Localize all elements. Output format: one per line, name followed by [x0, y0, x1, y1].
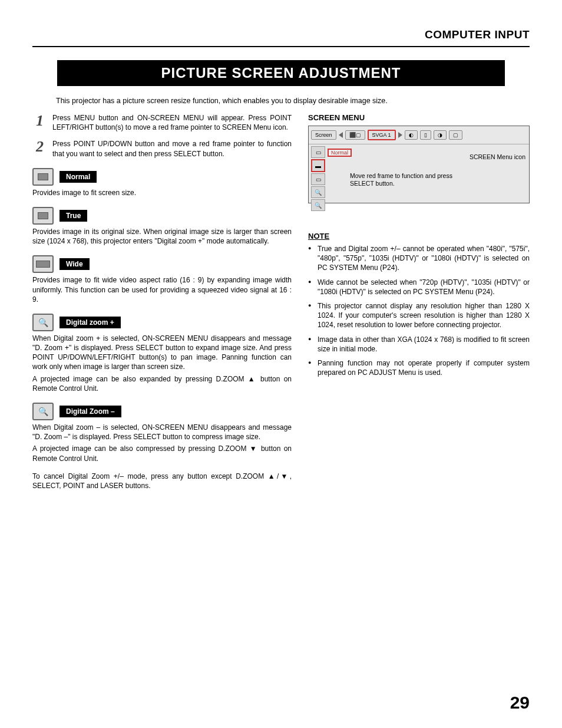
step-text: Press POINT UP/DOWN button and move a re… — [52, 139, 292, 158]
section-header: COMPUTER INPUT — [32, 28, 530, 47]
mode-true-row: True — [32, 207, 292, 225]
mode-label: Digital Zoom – — [59, 406, 121, 417]
mode-desc: When Digital zoom + is selected, ON-SCRE… — [32, 334, 292, 372]
note-list: True and Digital zoom +/– cannot be oper… — [308, 244, 530, 377]
step-number: 1 — [36, 113, 45, 132]
note-item: True and Digital zoom +/– cannot be oper… — [308, 244, 530, 273]
menu-tab-svga: SVGA 1 — [368, 130, 396, 140]
page-title: PICTURE SCREEN ADJUSTMENT — [57, 60, 505, 86]
mode-zoom-plus-row: 🔍 Digital zoom + — [32, 314, 292, 331]
note-item: Image data in other than XGA (1024 x 768… — [308, 335, 530, 354]
document-page: COMPUTER INPUT PICTURE SCREEN ADJUSTMENT… — [0, 0, 562, 728]
note-item: This projector cannot display any resolu… — [308, 301, 530, 330]
left-column: 1 Press MENU button and ON-SCREEN MENU w… — [32, 113, 292, 490]
menu-tab-screen: Screen — [311, 130, 336, 140]
menu-tab-icon: ▢ — [449, 130, 462, 140]
callout-screen-icon: SCREEN Menu icon — [470, 153, 525, 160]
zoom-minus-icon: 🔍 — [32, 403, 54, 420]
mode-desc: Provides image to fit wide video aspect … — [32, 275, 292, 304]
right-column: SCREEN MENU Screen ⬛▢ SVGA 1 ◐ ▯ ◑ ▢ ▭ ▬… — [308, 113, 530, 490]
wide-icon — [32, 255, 54, 273]
step-number: 2 — [36, 139, 45, 158]
mode-label: Normal — [59, 171, 97, 183]
true-icon — [32, 207, 54, 225]
arrow-right-icon — [398, 132, 402, 138]
mode-zoom-minus-row: 🔍 Digital Zoom – — [32, 403, 292, 420]
screen-menu-title: SCREEN MENU — [308, 113, 530, 122]
mode-desc-2: A projected image can be also compressed… — [32, 444, 292, 463]
note-title: NOTE — [308, 232, 530, 241]
mode-wide-row: Wide — [32, 255, 292, 273]
note-item: Wide cannot be selected when "720p (HDTV… — [308, 278, 530, 297]
mode-label: True — [59, 210, 87, 222]
screen-menu-diagram: Screen ⬛▢ SVGA 1 ◐ ▯ ◑ ▢ ▭ ▬ ▭ 🔍 🔍 — [308, 126, 530, 203]
side-icon-selected: ▬ — [311, 159, 325, 172]
menu-normal-label: Normal — [328, 149, 352, 157]
arrow-left-icon — [339, 132, 343, 138]
mode-desc: Provides image in its original size. Whe… — [32, 227, 292, 246]
menu-tab-blank: ⬛▢ — [345, 130, 365, 140]
mode-desc-2: A projected image can be also expanded b… — [32, 374, 292, 393]
menu-tab-icon: ◐ — [405, 130, 418, 140]
side-icon: 🔍 — [311, 199, 325, 211]
menu-tab-icon: ◑ — [434, 130, 447, 140]
menu-side-icons: ▭ ▬ ▭ 🔍 🔍 — [311, 146, 325, 212]
side-icon: ▭ — [311, 146, 325, 158]
menu-top-bar: Screen ⬛▢ SVGA 1 ◐ ▯ ◑ ▢ — [309, 126, 529, 144]
menu-tab-icon: ▯ — [420, 130, 431, 140]
step-2: 2 Press POINT UP/DOWN button and move a … — [32, 139, 292, 158]
note-item: Panning function may not operate properl… — [308, 358, 530, 377]
intro-text: This projector has a picture screen resi… — [32, 97, 530, 105]
mode-label: Wide — [59, 258, 90, 270]
step-1: 1 Press MENU button and ON-SCREEN MENU w… — [32, 113, 292, 132]
mode-desc: When Digital zoom – is selected, ON-SCRE… — [32, 423, 292, 442]
mode-label: Digital zoom + — [59, 317, 121, 328]
cancel-text: To cancel Digital Zoom +/– mode, press a… — [32, 472, 292, 490]
normal-icon — [32, 168, 54, 186]
zoom-plus-icon: 🔍 — [32, 314, 54, 331]
callout-move-frame: Move red frame to function and press SEL… — [350, 172, 477, 187]
mode-normal-row: Normal — [32, 168, 292, 186]
step-text: Press MENU button and ON-SCREEN MENU wil… — [52, 113, 292, 132]
side-icon: ▭ — [311, 173, 325, 185]
side-icon: 🔍 — [311, 186, 325, 198]
mode-desc: Provides image to fit screen size. — [32, 188, 292, 197]
page-number: 29 — [510, 693, 530, 713]
